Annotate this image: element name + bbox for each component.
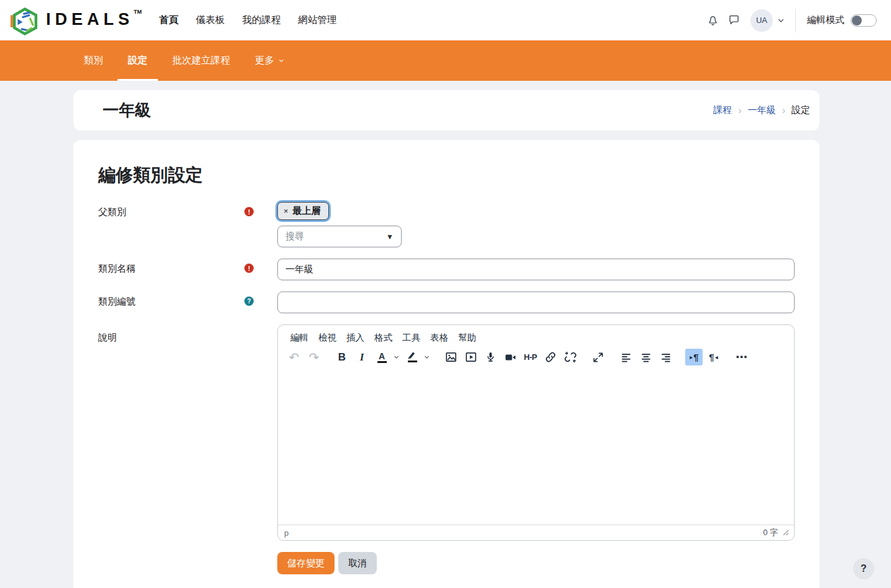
word-count[interactable]: 0 字 [763, 527, 778, 538]
breadcrumb-current: 設定 [792, 104, 810, 116]
editor-statusbar: p 0 字 [278, 525, 794, 540]
selected-parent-category-tag[interactable]: × 最上層 [277, 202, 329, 220]
category-idnumber-input[interactable] [277, 292, 795, 313]
page-title: 一年級 [103, 99, 151, 121]
editor-menu-table[interactable]: 表格 [425, 329, 453, 346]
description-row: 說明 編輯 檢視 插入 格式 工具 表格 幫助 ↶ [98, 324, 795, 541]
bold-icon: B [338, 351, 346, 364]
top-header: IDEALSTM 首頁 儀表板 我的課程 網站管理 UA 編輯模式 [0, 0, 891, 40]
breadcrumb-separator-icon: › [782, 105, 785, 116]
microphone-icon [484, 351, 497, 364]
tab-bulk-create-courses[interactable]: 批次建立課程 [162, 40, 241, 81]
insert-h5p-button[interactable]: H-P [522, 349, 539, 365]
text-color-button[interactable]: A [373, 349, 390, 365]
nav-item-my-courses[interactable]: 我的課程 [234, 0, 290, 40]
editor-menu-insert[interactable]: 插入 [341, 329, 369, 346]
insert-media-button[interactable] [462, 349, 479, 365]
form-actions: 儲存變更 取消 [277, 552, 795, 574]
breadcrumb-separator-icon: › [738, 105, 741, 116]
text-color-menu-button[interactable] [393, 354, 400, 361]
category-name-label: 類別名稱 [98, 259, 244, 280]
brand-wordmark: IDEALSTM [46, 11, 142, 28]
highlight-color-button[interactable] [404, 349, 421, 365]
parent-category-label: 父類別 [98, 202, 244, 247]
description-label: 說明 [98, 324, 244, 541]
bold-button[interactable]: B [333, 349, 351, 365]
notifications-button[interactable] [702, 10, 723, 31]
tab-more[interactable]: 更多 [244, 40, 295, 81]
resize-handle-icon[interactable] [783, 530, 789, 536]
dropdown-arrow-icon[interactable]: ▼ [386, 232, 394, 241]
insert-image-button[interactable] [442, 349, 459, 365]
category-name-input[interactable] [277, 259, 795, 280]
nav-item-dashboard[interactable]: 儀表板 [187, 0, 234, 40]
undo-button[interactable]: ↶ [285, 349, 303, 365]
rich-text-editor: 編輯 檢視 插入 格式 工具 表格 幫助 ↶ ↷ [277, 324, 795, 541]
chevron-down-icon [278, 57, 285, 64]
required-icon: ! [244, 207, 254, 216]
ltr-direction-button[interactable]: ▸¶ [685, 349, 703, 365]
text-color-icon: A [377, 352, 387, 363]
user-avatar[interactable]: UA [750, 9, 773, 32]
editor-menu-edit[interactable]: 編輯 [285, 329, 313, 346]
user-menu-button[interactable] [777, 16, 785, 25]
help-icon[interactable]: ? [244, 296, 254, 306]
nav-item-home[interactable]: 首頁 [150, 0, 187, 40]
breadcrumb-courses-link[interactable]: 課程 [713, 104, 732, 116]
italic-button[interactable]: I [353, 349, 371, 365]
edit-mode-toggle[interactable] [851, 14, 877, 27]
insert-link-button[interactable] [542, 349, 559, 365]
unlink-icon [564, 351, 577, 364]
cancel-button[interactable]: 取消 [338, 552, 377, 574]
brand-logo-link[interactable]: IDEALSTM [10, 4, 142, 37]
tab-settings[interactable]: 設定 [118, 40, 158, 81]
search-placeholder: 搜尋 [285, 231, 386, 242]
remove-tag-icon[interactable]: × [284, 206, 289, 216]
align-right-button[interactable] [657, 349, 675, 365]
parent-category-search-combobox[interactable]: 搜尋 ▼ [277, 226, 402, 247]
remove-link-button[interactable] [561, 349, 579, 365]
trademark-symbol: TM [134, 9, 142, 15]
edit-mode-label: 編輯模式 [807, 14, 844, 26]
tab-more-label: 更多 [255, 54, 274, 67]
record-video-button[interactable] [502, 349, 519, 365]
align-center-icon [640, 351, 652, 364]
page-title-card: 一年級 課程 › 一年級 › 設定 [73, 90, 819, 131]
redo-button[interactable]: ↷ [305, 349, 323, 365]
parent-category-row: 父類別 ! × 最上層 搜尋 ▼ [98, 202, 795, 247]
header-divider [795, 9, 796, 32]
more-tools-button[interactable]: ⋯ [733, 349, 750, 365]
required-icon: ! [244, 264, 254, 273]
nav-item-site-admin[interactable]: 網站管理 [290, 0, 346, 40]
save-changes-button[interactable]: 儲存變更 [277, 552, 335, 574]
editor-content-area[interactable] [278, 370, 794, 525]
align-center-button[interactable] [637, 349, 655, 365]
editor-menu-format[interactable]: 格式 [369, 329, 397, 346]
category-idnumber-label: 類別編號 [98, 292, 244, 313]
link-icon [544, 351, 557, 364]
image-icon [445, 351, 458, 364]
tab-category[interactable]: 類別 [73, 40, 114, 81]
ltr-icon: ▸¶ [689, 352, 698, 362]
undo-icon: ↶ [289, 350, 300, 365]
rtl-direction-button[interactable]: ¶◂ [705, 349, 722, 365]
messages-button[interactable] [723, 10, 744, 31]
align-left-button[interactable] [617, 349, 635, 365]
editor-menu-view[interactable]: 檢視 [313, 329, 341, 346]
align-right-icon [660, 351, 672, 364]
breadcrumb: 課程 › 一年級 › 設定 [713, 104, 810, 116]
highlight-pen-icon [407, 352, 417, 362]
fullscreen-button[interactable] [589, 349, 607, 365]
highlight-color-menu-button[interactable] [423, 354, 430, 361]
fullscreen-icon [592, 351, 604, 364]
record-audio-button[interactable] [482, 349, 499, 365]
editor-menu-help[interactable]: 幫助 [453, 329, 481, 346]
editor-toolbar: ↶ ↷ B I A [278, 347, 794, 370]
element-path[interactable]: p [284, 528, 763, 538]
breadcrumb-category-link[interactable]: 一年級 [748, 104, 776, 116]
primary-nav: 首頁 儀表板 我的課程 網站管理 [150, 0, 346, 40]
floating-help-button[interactable]: ? [853, 558, 874, 579]
category-idnumber-row: 類別編號 ? [98, 292, 795, 313]
h5p-icon: H-P [524, 352, 537, 362]
editor-menu-tools[interactable]: 工具 [397, 329, 425, 346]
